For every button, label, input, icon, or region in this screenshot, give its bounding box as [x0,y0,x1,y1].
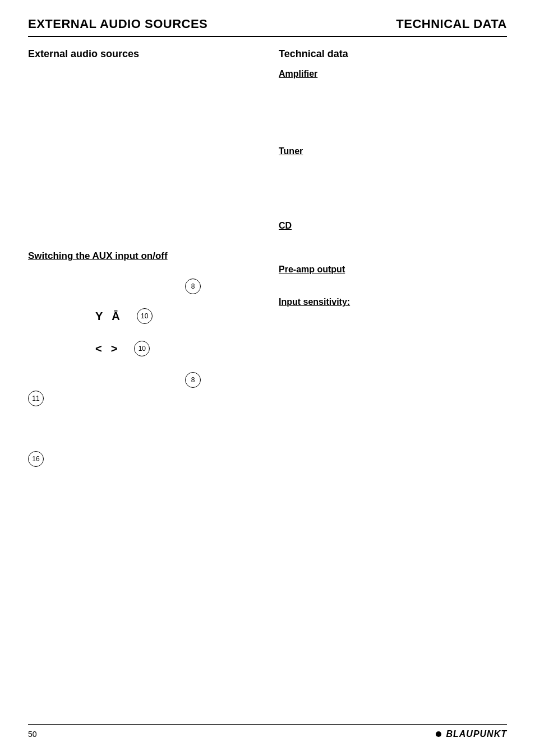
brand-section: BLAUPUNKT [436,729,507,739]
row-2: < > 10 [62,341,256,356]
aux-title: Switching the AUX input on/off [28,251,256,262]
brand-dot [436,731,441,737]
header-right-title: TECHNICAL DATA [396,17,507,31]
circle-11: 11 [28,391,44,406]
circle-16-row: 16 [28,451,256,467]
tuner-label: Tuner [279,146,303,156]
page-number: 50 [28,730,37,739]
preamp-label: Pre-amp output [279,265,345,274]
tuner-section: Tuner [279,146,507,156]
row1-symbols: Y Ā [95,310,120,323]
circle-16: 16 [28,451,44,467]
circle-10-row2: 10 [134,341,150,356]
circle-11-row: 11 [28,391,256,406]
header: EXTERNAL AUDIO SOURCES TECHNICAL DATA [28,17,507,37]
left-column-title: External audio sources [28,48,256,60]
footer: 50 BLAUPUNKT [28,724,507,739]
circle-8-top: 8 [185,279,201,294]
circle-8-top-row: 8 [185,279,256,294]
symbol-greater: > [111,342,118,355]
symbol-less: < [95,342,102,355]
left-column: External audio sources Switching the AUX… [28,48,268,467]
input-sensitivity-label: Input sensitivity: [279,297,350,307]
input-sensitivity-section: Input sensitivity: [279,297,507,307]
preamp-section: Pre-amp output [279,265,507,275]
amplifier-label: Amplifier [279,69,317,78]
cd-section: CD [279,221,507,231]
circle-8-bottom: 8 [185,372,201,388]
row2-symbols: < > [95,342,117,355]
main-content: External audio sources Switching the AUX… [28,48,507,467]
amplifier-section: Amplifier [279,69,507,79]
right-column-title: Technical data [279,48,507,60]
symbol-y: Y [95,310,103,323]
circle-8-bottom-row: 8 [185,372,256,388]
header-left-title: EXTERNAL AUDIO SOURCES [28,17,207,31]
aux-section: Switching the AUX input on/off 8 Y Ā 10 [28,251,256,467]
symbol-a-bar: Ā [112,310,119,323]
right-column: Technical data Amplifier Tuner CD Pre-am… [268,48,507,467]
page: EXTERNAL AUDIO SOURCES TECHNICAL DATA Ex… [0,0,535,756]
cd-label: CD [279,221,292,230]
brand-name: BLAUPUNKT [446,729,507,739]
row-1: Y Ā 10 [62,308,256,324]
circle-10-row1: 10 [137,308,153,324]
